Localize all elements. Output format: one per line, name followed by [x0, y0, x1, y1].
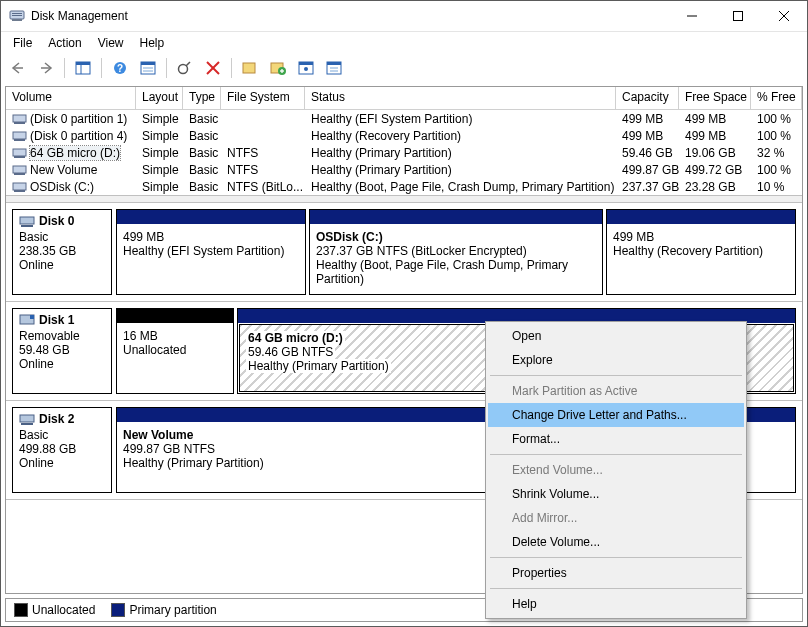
window-title: Disk Management: [31, 9, 669, 23]
svg-rect-43: [13, 183, 26, 190]
ctx-shrink-volume[interactable]: Shrink Volume...: [488, 482, 744, 506]
svg-rect-35: [13, 115, 26, 122]
legend-unallocated: Unallocated: [14, 603, 95, 618]
ctx-explore[interactable]: Explore: [488, 348, 744, 372]
partition[interactable]: 499 MBHealthy (EFI System Partition): [116, 209, 306, 295]
volume-row[interactable]: New VolumeSimpleBasicNTFSHealthy (Primar…: [6, 161, 802, 178]
close-button[interactable]: [761, 1, 807, 31]
volume-row[interactable]: 64 GB micro (D:)SimpleBasicNTFSHealthy (…: [6, 144, 802, 161]
ctx-delete-volume[interactable]: Delete Volume...: [488, 530, 744, 554]
legend-primary: Primary partition: [111, 603, 216, 618]
ctx-open[interactable]: Open: [488, 324, 744, 348]
menu-view[interactable]: View: [90, 34, 132, 52]
ctx-separator: [490, 588, 742, 589]
partition[interactable]: OSDisk (C:)237.37 GB NTFS (BitLocker Enc…: [309, 209, 603, 295]
col-type[interactable]: Type: [183, 87, 221, 109]
refresh-button[interactable]: [172, 55, 198, 81]
volume-row[interactable]: OSDisk (C:)SimpleBasicNTFS (BitLo...Heal…: [6, 178, 802, 195]
disk-name: Disk 2: [39, 412, 74, 426]
disk-management-icon: [9, 8, 25, 24]
menu-file[interactable]: File: [5, 34, 40, 52]
partition-status: Unallocated: [123, 343, 227, 357]
help-button[interactable]: ?: [107, 55, 133, 81]
partition-unallocated[interactable]: 16 MBUnallocated: [116, 308, 234, 394]
disk-name: Disk 1: [39, 313, 74, 327]
ctx-format[interactable]: Format...: [488, 427, 744, 451]
volume-list-header: Volume Layout Type File System Status Ca…: [6, 87, 802, 110]
create-vhd-button[interactable]: [237, 55, 263, 81]
col-free-space[interactable]: Free Space: [679, 87, 751, 109]
partition-name: OSDisk (C:): [316, 230, 383, 244]
svg-rect-37: [13, 132, 26, 139]
menu-action[interactable]: Action: [40, 34, 89, 52]
svg-rect-49: [20, 415, 34, 422]
svg-line-20: [186, 62, 190, 66]
ctx-change-drive-letter[interactable]: Change Drive Letter and Paths...: [488, 403, 744, 427]
back-button[interactable]: [5, 55, 31, 81]
disk-row-0: Disk 0 Basic 238.35 GB Online 499 MBHeal…: [6, 203, 802, 302]
delete-button[interactable]: [200, 55, 226, 81]
partition-name: 64 GB micro (D:): [248, 331, 343, 345]
toolbar-separator: [166, 58, 167, 78]
titlebar: Disk Management: [1, 1, 807, 32]
ctx-separator: [490, 375, 742, 376]
volume-row[interactable]: (Disk 0 partition 1)SimpleBasicHealthy (…: [6, 110, 802, 127]
col-percent-free[interactable]: % Free: [751, 87, 802, 109]
menu-help[interactable]: Help: [132, 34, 173, 52]
col-status[interactable]: Status: [305, 87, 616, 109]
attach-vhd-button[interactable]: [265, 55, 291, 81]
svg-point-30: [304, 67, 308, 71]
volume-list[interactable]: (Disk 0 partition 1)SimpleBasicHealthy (…: [6, 110, 802, 195]
svg-rect-38: [14, 139, 25, 141]
partition-status: Healthy (Recovery Partition): [613, 244, 789, 258]
svg-rect-1: [12, 19, 22, 21]
maximize-button[interactable]: [715, 1, 761, 31]
disk-info[interactable]: Disk 2 Basic 499.88 GB Online: [12, 407, 112, 493]
action-list-button[interactable]: [135, 55, 161, 81]
svg-rect-32: [327, 62, 341, 65]
volume-row[interactable]: (Disk 0 partition 4)SimpleBasicHealthy (…: [6, 127, 802, 144]
ctx-separator: [490, 454, 742, 455]
col-capacity[interactable]: Capacity: [616, 87, 679, 109]
svg-rect-50: [21, 423, 33, 425]
svg-rect-3: [12, 15, 22, 16]
volume-icon: [12, 164, 28, 176]
svg-rect-2: [12, 13, 22, 14]
svg-rect-40: [14, 156, 25, 158]
ctx-help[interactable]: Help: [488, 592, 744, 616]
col-layout[interactable]: Layout: [136, 87, 183, 109]
partition-status: Healthy (Primary Partition): [246, 359, 391, 373]
properties-button[interactable]: [321, 55, 347, 81]
toolbar-separator: [101, 58, 102, 78]
svg-rect-39: [13, 149, 26, 156]
disk-icon: [19, 412, 35, 426]
partition-size: 59.46 GB NTFS: [246, 345, 335, 359]
col-filesystem[interactable]: File System: [221, 87, 305, 109]
toolbar-separator: [64, 58, 65, 78]
col-volume[interactable]: Volume: [6, 87, 136, 109]
minimize-button[interactable]: [669, 1, 715, 31]
disk-state: Online: [19, 456, 105, 470]
splitter[interactable]: [6, 195, 802, 203]
disk-type: Removable: [19, 329, 105, 343]
partition-name: New Volume: [123, 428, 193, 442]
disk-info[interactable]: Disk 1 Removable 59.48 GB Online: [12, 308, 112, 394]
ctx-properties[interactable]: Properties: [488, 561, 744, 585]
svg-rect-23: [243, 63, 255, 73]
volume-icon: [12, 113, 28, 125]
disk-type: Basic: [19, 230, 105, 244]
disk-info[interactable]: Disk 0 Basic 238.35 GB Online: [12, 209, 112, 295]
settings-button[interactable]: [293, 55, 319, 81]
disk-type: Basic: [19, 428, 105, 442]
disk-state: Online: [19, 258, 105, 272]
forward-button[interactable]: [33, 55, 59, 81]
ctx-extend-volume: Extend Volume...: [488, 458, 744, 482]
partition[interactable]: 499 MBHealthy (Recovery Partition): [606, 209, 796, 295]
show-hide-console-tree-button[interactable]: [70, 55, 96, 81]
partition-size: 499 MB: [613, 230, 789, 244]
disk-icon: [19, 214, 35, 228]
menubar: File Action View Help: [1, 32, 807, 54]
ctx-add-mirror: Add Mirror...: [488, 506, 744, 530]
context-menu: Open Explore Mark Partition as Active Ch…: [485, 321, 747, 619]
disk-size: 499.88 GB: [19, 442, 105, 456]
